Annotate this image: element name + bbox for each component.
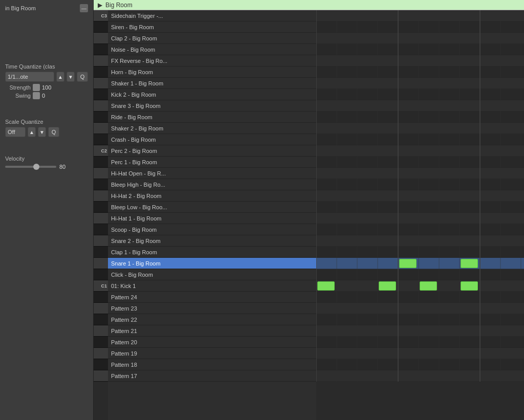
piano-key-11[interactable] (94, 134, 108, 145)
minimize-button[interactable]: — (80, 4, 88, 12)
track-name-row[interactable]: 01: Kick 1 (108, 280, 316, 292)
track-name-row[interactable]: Bleep High - Big Ro... (108, 179, 316, 190)
piano-key-32[interactable] (94, 370, 108, 382)
velocity-slider[interactable] (5, 166, 56, 168)
piano-key-24[interactable]: C1 (94, 280, 108, 292)
svg-rect-2 (316, 21, 525, 33)
swing-row: Swing 0 (5, 92, 88, 99)
track-name-row[interactable]: Scoop - Big Room (108, 224, 316, 235)
quantize-up-btn[interactable]: ▲ (56, 72, 64, 82)
track-name-row[interactable]: Clap 2 - Big Room (108, 33, 316, 44)
piano-key-3[interactable] (94, 44, 108, 55)
piano-key-8[interactable] (94, 100, 108, 112)
track-name-row[interactable]: Pattern 18 (108, 359, 316, 370)
quantize-q-button[interactable]: Q (77, 72, 88, 82)
piano-key-14[interactable] (94, 168, 108, 179)
piano-key-26[interactable] (94, 303, 108, 314)
piano-key-18[interactable] (94, 213, 108, 224)
svg-rect-56 (316, 325, 525, 337)
note-block[interactable] (379, 281, 396, 291)
piano-key-16[interactable] (94, 190, 108, 202)
note-block[interactable] (461, 259, 478, 268)
piano-key-12[interactable]: C2 (94, 145, 108, 157)
quantize-select[interactable]: 1/1...ote (5, 72, 54, 82)
track-name-row[interactable]: Hi-Hat 1 - Big Room (108, 213, 316, 224)
track-name-row[interactable]: FX Reverse - Big Ro... (108, 55, 316, 67)
piano-key-4[interactable] (94, 55, 108, 67)
track-name-row[interactable]: Pattern 21 (108, 325, 316, 337)
scale-down-btn[interactable]: ▼ (38, 127, 46, 137)
track-name-row[interactable]: Snare 3 - Big Room (108, 100, 316, 112)
track-name-row[interactable]: Kick 2 - Big Room (108, 89, 316, 100)
piano-key-25[interactable] (94, 292, 108, 303)
note-block[interactable] (399, 259, 417, 268)
piano-keys: C3C2C1 (94, 10, 108, 420)
scale-select[interactable]: Off (5, 127, 26, 137)
panel-title: in Big Room — (5, 4, 88, 14)
track-name-row[interactable]: Pattern 23 (108, 303, 316, 314)
quantize-down-btn[interactable]: ▼ (67, 72, 75, 82)
track-name-row[interactable]: Hi-Hat 2 - Big Room (108, 190, 316, 202)
note-block[interactable] (461, 281, 478, 291)
piano-key-0[interactable]: C3 (94, 10, 108, 21)
note-block[interactable] (317, 281, 335, 291)
piano-key-13[interactable] (94, 157, 108, 168)
track-name-row[interactable]: Pattern 17 (108, 370, 316, 382)
piano-key-1[interactable] (94, 21, 108, 33)
track-name-row[interactable]: Noise - Big Room (108, 44, 316, 55)
velocity-value: 80 (59, 164, 75, 170)
note-block[interactable] (420, 281, 437, 291)
svg-rect-42 (316, 247, 525, 258)
piano-key-22[interactable] (94, 258, 108, 269)
piano-key-29[interactable] (94, 337, 108, 348)
piano-key-31[interactable] (94, 359, 108, 370)
svg-rect-14 (316, 89, 525, 100)
track-name-row[interactable]: Horn - Big Room (108, 67, 316, 78)
track-name-row[interactable]: Pattern 22 (108, 314, 316, 325)
piano-key-5[interactable] (94, 67, 108, 78)
piano-key-9[interactable] (94, 112, 108, 123)
piano-key-21[interactable] (94, 247, 108, 258)
track-name-row[interactable]: Snare 1 - Big Room (108, 258, 316, 269)
track-name-row[interactable]: Shaker 2 - Big Room (108, 123, 316, 134)
track-name-row[interactable]: Clap 1 - Big Room (108, 247, 316, 258)
piano-key-17[interactable] (94, 202, 108, 213)
piano-key-7[interactable] (94, 89, 108, 100)
piano-key-30[interactable] (94, 348, 108, 359)
time-quantize-label: Time Quantize (clas (5, 63, 88, 70)
track-name-row[interactable]: Sidechain Trigger -... (108, 10, 316, 21)
track-name-row[interactable]: Click - Big Room (108, 269, 316, 280)
piano-key-23[interactable] (94, 269, 108, 280)
track-name-row[interactable]: Crash - Big Room (108, 134, 316, 145)
swing-slider[interactable] (33, 92, 40, 99)
strength-slider[interactable] (33, 84, 40, 91)
grid-area[interactable] (316, 10, 525, 420)
piano-key-6[interactable] (94, 78, 108, 89)
track-name-row[interactable]: Perc 1 - Big Room (108, 157, 316, 168)
play-icon[interactable]: ▶ (98, 2, 102, 9)
track-name-row[interactable]: Shaker 1 - Big Room (108, 78, 316, 89)
piano-key-10[interactable] (94, 123, 108, 134)
piano-key-28[interactable] (94, 325, 108, 337)
piano-key-19[interactable] (94, 224, 108, 235)
track-name-row[interactable]: Hi-Hat Open - Big R... (108, 168, 316, 179)
piano-key-20[interactable] (94, 235, 108, 247)
svg-rect-10 (316, 67, 525, 78)
strength-label: Strength (5, 84, 31, 91)
track-name-row[interactable]: Bleep Low - Big Roo... (108, 202, 316, 213)
piano-key-15[interactable] (94, 179, 108, 190)
scale-up-btn[interactable]: ▲ (28, 127, 36, 137)
track-name-row[interactable]: Siren - Big Room (108, 21, 316, 33)
velocity-section: Velocity 80 (5, 156, 88, 170)
scale-quantize-section: Scale Quantize Off ▲ ▼ Q (5, 119, 88, 137)
track-name-row[interactable]: Pattern 20 (108, 337, 316, 348)
track-name-row[interactable]: Ride - Big Room (108, 112, 316, 123)
track-name-row[interactable]: Perc 2 - Big Room (108, 145, 316, 157)
track-name-row[interactable]: Snare 2 - Big Room (108, 235, 316, 247)
piano-key-27[interactable] (94, 314, 108, 325)
scale-q-button[interactable]: Q (48, 127, 59, 137)
piano-key-2[interactable] (94, 33, 108, 44)
track-name-row[interactable]: Pattern 24 (108, 292, 316, 303)
svg-rect-44 (316, 258, 525, 269)
track-name-row[interactable]: Pattern 19 (108, 348, 316, 359)
